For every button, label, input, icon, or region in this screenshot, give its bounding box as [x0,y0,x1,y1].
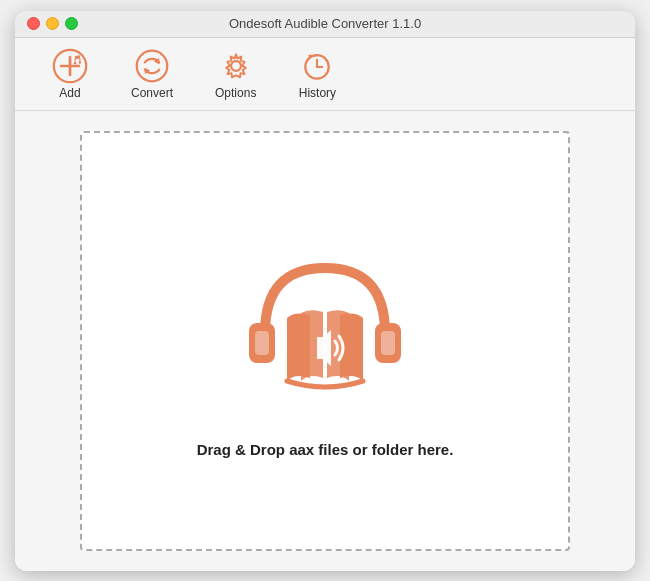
add-button[interactable]: Add [35,44,105,104]
history-label: History [299,86,336,100]
options-label: Options [215,86,256,100]
convert-button[interactable]: Convert [115,44,189,104]
svg-point-10 [231,61,241,71]
maximize-button[interactable] [65,17,78,30]
app-window: Ondesoft Audible Converter 1.1.0 [15,11,635,571]
history-button[interactable]: History [282,44,352,104]
drop-zone[interactable]: Drag & Drop aax files or folder here. [80,131,570,551]
drop-zone-text: Drag & Drop aax files or folder here. [197,441,454,458]
options-button[interactable]: Options [199,44,272,104]
options-icon [218,48,254,84]
add-icon [52,48,88,84]
toolbar: Add Convert [15,38,635,111]
audiobook-icon [225,223,425,423]
traffic-lights [27,17,78,30]
window-title: Ondesoft Audible Converter 1.1.0 [229,16,421,31]
svg-point-6 [79,61,81,63]
close-button[interactable] [27,17,40,30]
convert-icon [134,48,170,84]
svg-rect-16 [255,331,269,355]
svg-point-4 [74,62,76,64]
svg-rect-18 [381,331,395,355]
history-icon [299,48,335,84]
svg-point-7 [137,50,168,81]
convert-label: Convert [131,86,173,100]
add-label: Add [59,86,80,100]
title-bar: Ondesoft Audible Converter 1.1.0 [15,11,635,38]
minimize-button[interactable] [46,17,59,30]
main-content: Drag & Drop aax files or folder here. [15,111,635,571]
